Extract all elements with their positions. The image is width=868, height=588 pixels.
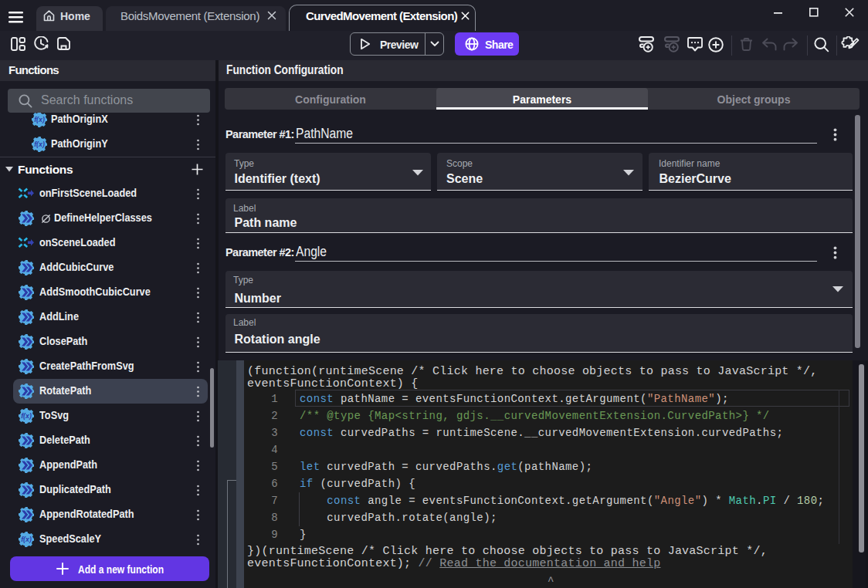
svg-text:f(x): f(x) — [21, 412, 32, 420]
svg-text:f(x): f(x) — [21, 536, 32, 543]
svg-text:f(x): f(x) — [34, 140, 45, 148]
svg-text:f(x): f(x) — [34, 116, 45, 123]
